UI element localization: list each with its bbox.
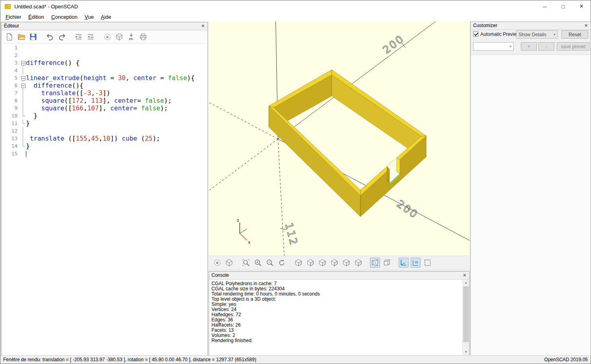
console-output[interactable]: CGAL Polyhedrons in cache: 7CGAL cache s… (209, 280, 469, 355)
line-number: 3 (2, 59, 20, 67)
unindent-button[interactable] (74, 32, 84, 42)
close-icon[interactable] (461, 272, 468, 279)
scrollbar-thumb[interactable] (463, 286, 469, 342)
fold-marker-icon[interactable] (20, 82, 26, 89)
automatic-preview-checkbox[interactable] (473, 31, 478, 37)
view-front-button[interactable] (341, 258, 351, 268)
view-all-button[interactable] (423, 258, 432, 268)
code-editor[interactable]: 123difference() {45linear_extrude(height… (2, 44, 207, 355)
3d-viewport[interactable]: 200 200 112 (209, 22, 470, 256)
rendered-object (269, 70, 426, 217)
menu-fichier[interactable]: Fichier (2, 13, 25, 21)
open-folder-button[interactable] (16, 32, 26, 42)
status-viewport-info: Fenêtre de rendu: translation = [ -205.9… (3, 357, 256, 362)
editor-panel-title: Éditeur (4, 23, 19, 29)
zoom-in-button[interactable] (253, 258, 263, 268)
perspective-button[interactable] (370, 258, 380, 268)
orthogonal-button[interactable] (382, 258, 392, 268)
maximize-button[interactable] (554, 0, 572, 12)
code-line: 5linear_extrude(height = 30, center = fa… (2, 74, 207, 82)
code-line: 13 translate ([155,45,10]) cube (25); (2, 135, 207, 142)
indent-button[interactable] (86, 32, 96, 42)
svg-text:»: » (106, 34, 109, 39)
z-axis-negative (278, 139, 284, 256)
window-controls (536, 0, 591, 12)
fold-margin (20, 89, 26, 97)
code-text: translate([-3,-3]) (26, 89, 110, 97)
remove-preset-button[interactable]: - (538, 42, 554, 51)
code-line: 9 square([166,107], center= false); (2, 104, 207, 112)
redo-button[interactable] (57, 32, 67, 42)
console-message: Facets: 13 (211, 328, 467, 333)
view-bottom-button[interactable] (317, 258, 327, 268)
code-line: 1 (2, 44, 207, 51)
code-line: 2 (2, 51, 207, 59)
undo-icon (46, 33, 54, 41)
openscad-window: Untitled.scad* - OpenSCAD FichierÉdition… (0, 0, 591, 364)
scroll-down-icon[interactable]: ▼ (463, 349, 469, 355)
fold-margin (20, 127, 26, 135)
console-panel: Console CGAL Polyhedrons in cache: 7CGAL… (209, 271, 470, 356)
view-right-button[interactable] (294, 258, 303, 268)
save-button[interactable] (28, 32, 38, 42)
show-details-dropdown[interactable]: Show Details (516, 30, 558, 39)
reset-view-icon (278, 258, 286, 267)
zoom-out-button[interactable] (265, 258, 275, 268)
view-all-icon (423, 258, 432, 267)
export-stl-button[interactable]: STL (126, 32, 136, 42)
preset-combobox[interactable] (473, 42, 514, 51)
show-scale-markers-button[interactable]: 10 (411, 258, 421, 268)
menu-édition[interactable]: Édition (25, 13, 48, 21)
customizer-panel: Customizer Automatic Preview Show Detail… (470, 22, 591, 356)
svg-text:STL: STL (129, 37, 134, 40)
menu-conception[interactable]: Conception (48, 13, 81, 21)
status-version: OpenSCAD 2019.05 (544, 357, 588, 362)
console-message: Halfedges: 72 (211, 312, 467, 317)
scale-label-x: 200 (395, 198, 421, 221)
render-icon (115, 33, 123, 41)
console-scrollbar[interactable]: ▲ ▼ (462, 280, 469, 355)
preview-button[interactable]: » (212, 258, 222, 268)
print-3d-button[interactable] (138, 32, 148, 42)
close-button[interactable] (572, 0, 591, 12)
reset-view-button[interactable] (277, 258, 287, 268)
fold-marker-icon[interactable] (20, 59, 26, 67)
close-icon[interactable] (583, 22, 589, 29)
preview-button[interactable]: » (102, 32, 112, 42)
console-panel-header: Console (209, 272, 469, 280)
zoom-all-button[interactable] (241, 258, 251, 268)
add-preset-button[interactable]: + (521, 42, 537, 51)
show-axes-button[interactable] (399, 258, 409, 268)
view-back-button[interactable] (353, 258, 363, 268)
reset-button[interactable]: Reset (562, 30, 588, 39)
view-top-button[interactable] (305, 258, 315, 268)
save-preset-button[interactable]: save preset (557, 42, 589, 51)
menu-vue[interactable]: Vue (81, 13, 98, 21)
open-folder-icon (17, 33, 25, 41)
fold-margin (20, 135, 26, 142)
fold-marker-icon[interactable] (20, 74, 26, 82)
svg-text:10: 10 (415, 261, 418, 264)
fold-margin (20, 119, 26, 127)
close-icon[interactable] (200, 23, 206, 29)
fold-margin (20, 142, 26, 150)
customizer-row-2: + - save preset (471, 42, 591, 53)
render-button[interactable] (114, 32, 124, 42)
menu-aide[interactable]: Aide (97, 13, 115, 21)
minimize-button[interactable] (536, 0, 554, 12)
line-number: 14 (2, 142, 20, 150)
line-number: 7 (2, 89, 20, 97)
view-left-button[interactable] (329, 258, 339, 268)
scroll-up-icon[interactable]: ▲ (463, 280, 469, 286)
new-file-button[interactable] (4, 32, 14, 42)
line-number: 4 (2, 67, 20, 74)
unindent-icon (74, 33, 83, 41)
fold-margin (20, 97, 26, 104)
render-button[interactable] (224, 258, 234, 268)
console-panel-title: Console (211, 272, 229, 278)
indent-icon (86, 33, 95, 41)
undo-button[interactable] (45, 32, 55, 42)
fold-margin (20, 112, 26, 119)
console-message: Rendering finished. (211, 338, 467, 343)
perspective-icon (371, 258, 379, 267)
